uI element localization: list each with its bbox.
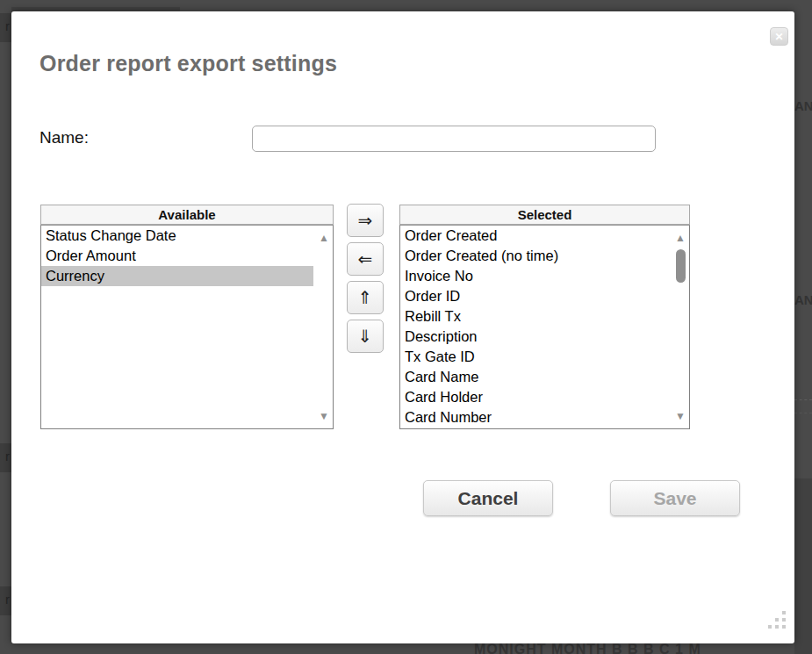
scroll-up-icon[interactable]: ▲ xyxy=(318,233,330,243)
list-item[interactable]: Card Name xyxy=(400,367,670,387)
available-header: Available xyxy=(40,205,334,225)
available-list[interactable]: ▲ ▼ Status Change DateOrder AmountCurren… xyxy=(40,225,334,429)
selected-header: Selected xyxy=(399,205,690,225)
list-item[interactable]: Card Number xyxy=(400,407,670,428)
list-item[interactable]: Tx Gate ID xyxy=(400,347,670,367)
scrollbar-thumb[interactable] xyxy=(676,249,686,283)
close-icon: ✕ xyxy=(774,32,783,42)
selected-panel: Selected ▲ ▼ Order CreatedOrder Created … xyxy=(399,205,690,429)
selected-scrollbar[interactable]: ▲ ▼ xyxy=(672,226,689,428)
background-text-fragment: MONIGHT MONTH B B B C 1 M xyxy=(474,642,812,654)
move-down-button[interactable]: ⇓ xyxy=(347,320,384,353)
list-item[interactable]: Invoice No xyxy=(400,266,670,286)
list-item[interactable]: Card Holder xyxy=(400,387,670,407)
transfer-buttons: ⇒ ⇐ ⇑ ⇓ xyxy=(347,204,384,353)
export-settings-dialog: ✕ Order report export settings Name: Ava… xyxy=(11,11,794,643)
move-to-selected-button[interactable]: ⇒ xyxy=(347,204,384,237)
list-item[interactable]: Order Created xyxy=(400,226,670,246)
scroll-down-icon[interactable]: ▼ xyxy=(674,411,686,421)
close-button[interactable]: ✕ xyxy=(770,27,788,46)
move-up-button[interactable]: ⇑ xyxy=(347,281,384,314)
background-text-fragment: AN xyxy=(794,292,812,307)
selected-list[interactable]: ▲ ▼ Order CreatedOrder Created (no time)… xyxy=(399,225,690,429)
background-text-fragment: r xyxy=(0,586,11,615)
list-item[interactable]: Status Change Date xyxy=(41,226,313,246)
scroll-down-icon[interactable]: ▼ xyxy=(318,411,330,421)
name-label: Name: xyxy=(40,128,89,147)
background-text-fragment: r xyxy=(0,443,11,472)
save-button[interactable]: Save xyxy=(610,480,740,516)
background-panel xyxy=(794,478,812,654)
resize-grip[interactable] xyxy=(765,608,788,631)
dialog-title: Order report export settings xyxy=(40,51,337,76)
background-text-fragment: r xyxy=(0,13,11,42)
available-panel: Available ▲ ▼ Status Change DateOrder Am… xyxy=(40,205,334,429)
background-divider xyxy=(794,413,812,413)
available-scrollbar[interactable]: ▲ ▼ xyxy=(315,226,333,428)
name-input[interactable] xyxy=(252,126,656,152)
list-item[interactable]: Order Amount xyxy=(41,246,313,266)
cancel-button[interactable]: Cancel xyxy=(423,480,553,516)
scroll-up-icon[interactable]: ▲ xyxy=(674,233,686,243)
list-item[interactable]: Order Created (no time) xyxy=(400,246,670,266)
list-item[interactable]: Rebill Tx xyxy=(400,306,670,327)
background-text-fragment: AN xyxy=(794,98,812,113)
move-to-available-button[interactable]: ⇐ xyxy=(347,242,384,276)
background-divider xyxy=(794,399,812,400)
list-item[interactable]: Currency xyxy=(41,266,313,286)
list-item[interactable]: Description xyxy=(400,327,670,347)
list-item[interactable]: Order ID xyxy=(400,286,670,306)
